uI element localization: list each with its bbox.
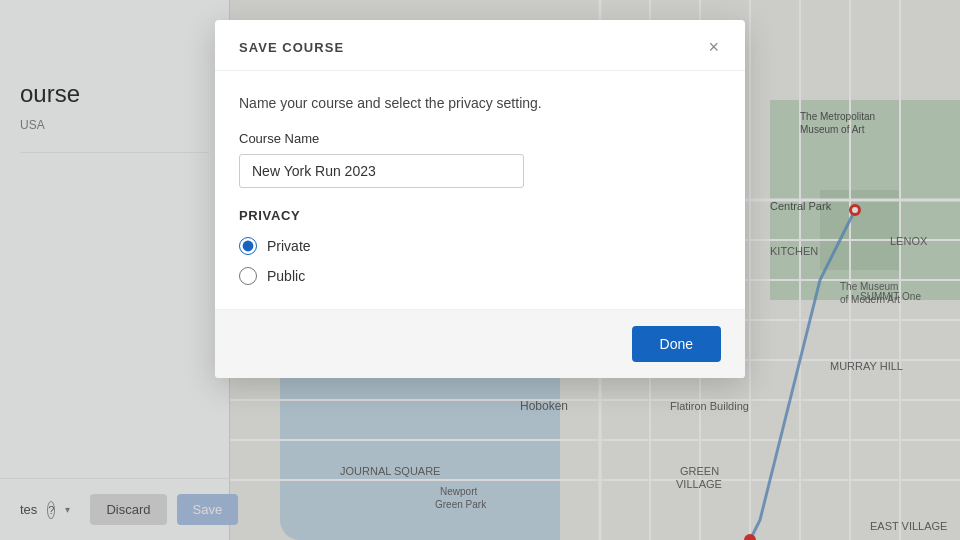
modal-footer: Done	[215, 309, 745, 378]
modal-title: SAVE COURSE	[239, 40, 344, 55]
privacy-private-label: Private	[267, 238, 311, 254]
privacy-public-label: Public	[267, 268, 305, 284]
course-name-group: Course Name	[239, 131, 721, 188]
privacy-private-radio[interactable]	[239, 237, 257, 255]
privacy-public-option[interactable]: Public	[239, 267, 721, 285]
modal-header: SAVE COURSE ×	[215, 20, 745, 71]
modal-description: Name your course and select the privacy …	[239, 95, 721, 111]
privacy-section: PRIVACY Private Public	[239, 208, 721, 285]
course-name-label: Course Name	[239, 131, 721, 146]
modal-body: Name your course and select the privacy …	[215, 71, 745, 285]
privacy-label: PRIVACY	[239, 208, 721, 223]
save-course-modal: SAVE COURSE × Name your course and selec…	[215, 20, 745, 378]
modal-overlay: SAVE COURSE × Name your course and selec…	[0, 0, 960, 540]
modal-close-button[interactable]: ×	[706, 38, 721, 56]
privacy-public-radio[interactable]	[239, 267, 257, 285]
done-button[interactable]: Done	[632, 326, 721, 362]
privacy-private-option[interactable]: Private	[239, 237, 721, 255]
course-name-input[interactable]	[239, 154, 524, 188]
